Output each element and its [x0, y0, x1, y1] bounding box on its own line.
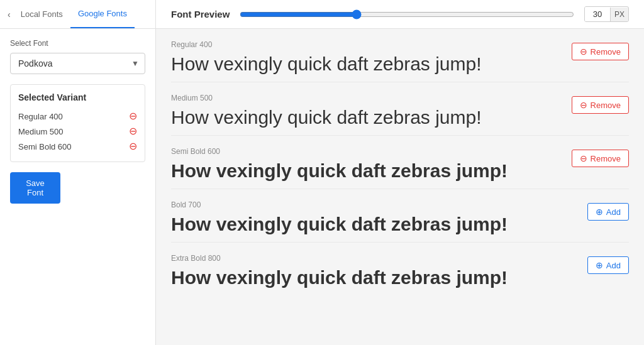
- variant-info-0: Regular 400 How vexingly quick daft zebr…: [171, 40, 572, 75]
- sidebar: ‹ Local Fonts Google Fonts Select Font P…: [0, 0, 156, 345]
- variant-label-0: Regular 400: [18, 112, 63, 121]
- tab-google-fonts[interactable]: Google Fonts: [70, 0, 135, 28]
- add-label-3: Add: [606, 207, 621, 217]
- main-content: Font Preview PX Regular 400 How vexingly…: [156, 0, 644, 345]
- variant-section-1: Medium 500 How vexingly quick daft zebra…: [171, 82, 629, 136]
- variant-name-3: Bold 700: [171, 200, 587, 209]
- plus-circle-icon-4: ⊕: [596, 260, 603, 270]
- add-label-4: Add: [606, 261, 621, 270]
- remove-icon-2[interactable]: ⊖: [129, 141, 137, 151]
- size-input-wrapper: PX: [584, 6, 629, 22]
- remove-label-0: Remove: [591, 47, 621, 57]
- variant-section-2: Semi Bold 600 How vexingly quick daft ze…: [171, 136, 629, 189]
- variant-header-row-2: Semi Bold 600 How vexingly quick daft ze…: [171, 147, 629, 182]
- remove-button-2[interactable]: ⊖ Remove: [572, 150, 629, 167]
- variant-section-4: Extra Bold 800 How vexingly quick daft z…: [171, 243, 629, 295]
- font-list: Regular 400 How vexingly quick daft zebr…: [156, 29, 644, 345]
- variant-label-2: Semi Bold 600: [18, 142, 72, 151]
- remove-label-1: Remove: [591, 101, 621, 110]
- variant-name-1: Medium 500: [171, 94, 572, 102]
- add-button-3[interactable]: ⊕ Add: [587, 203, 629, 221]
- selected-variant-box: Selected Variant Regular 400 ⊖ Medium 50…: [10, 84, 145, 162]
- variant-row-1: Medium 500 ⊖: [18, 124, 137, 139]
- variant-header-row-0: Regular 400 How vexingly quick daft zebr…: [171, 40, 629, 75]
- plus-circle-icon-3: ⊕: [596, 207, 603, 217]
- save-font-button[interactable]: Save Font: [10, 172, 60, 204]
- preview-text-2: How vexingly quick daft zebras jump!: [171, 160, 572, 182]
- font-size-input[interactable]: [585, 7, 610, 21]
- variant-info-4: Extra Bold 800 How vexingly quick daft z…: [171, 254, 587, 289]
- variant-row-2: Semi Bold 600 ⊖: [18, 139, 137, 154]
- variant-name-4: Extra Bold 800: [171, 254, 587, 263]
- variant-header-row-1: Medium 500 How vexingly quick daft zebra…: [171, 94, 629, 129]
- variant-info-2: Semi Bold 600 How vexingly quick daft ze…: [171, 147, 572, 182]
- variant-header-row-3: Bold 700 How vexingly quick daft zebras …: [171, 200, 629, 236]
- minus-circle-icon-1: ⊖: [580, 100, 587, 110]
- sidebar-content: Select Font Podkova Roboto Open Sans Lat…: [0, 29, 155, 345]
- variant-section-0: Regular 400 How vexingly quick daft zebr…: [171, 29, 629, 82]
- remove-label-2: Remove: [591, 154, 621, 163]
- variant-row-0: Regular 400 ⊖: [18, 109, 137, 124]
- font-preview-title: Font Preview: [171, 9, 230, 19]
- minus-circle-icon-0: ⊖: [580, 47, 587, 57]
- back-button[interactable]: ‹: [5, 1, 13, 28]
- variant-info-1: Medium 500 How vexingly quick daft zebra…: [171, 94, 572, 129]
- px-label: PX: [610, 8, 628, 21]
- select-font-label: Select Font: [10, 39, 145, 48]
- variant-info-3: Bold 700 How vexingly quick daft zebras …: [171, 200, 587, 236]
- top-bar: Font Preview PX: [156, 0, 644, 29]
- variant-section-3: Bold 700 How vexingly quick daft zebras …: [171, 189, 629, 243]
- font-size-slider[interactable]: [240, 9, 574, 19]
- tab-local-fonts[interactable]: Local Fonts: [13, 1, 70, 28]
- preview-text-4: How vexingly quick daft zebras jump!: [171, 266, 587, 289]
- font-select[interactable]: Podkova Roboto Open Sans Lato Montserrat: [10, 53, 145, 74]
- remove-button-1[interactable]: ⊖ Remove: [572, 96, 629, 114]
- variant-name-2: Semi Bold 600: [171, 147, 572, 156]
- preview-text-1: How vexingly quick daft zebras jump!: [171, 106, 572, 129]
- preview-text-3: How vexingly quick daft zebras jump!: [171, 213, 587, 236]
- sidebar-tabs: ‹ Local Fonts Google Fonts: [0, 0, 155, 29]
- font-select-wrapper: Podkova Roboto Open Sans Lato Montserrat…: [10, 53, 145, 74]
- remove-icon-0[interactable]: ⊖: [129, 111, 137, 121]
- remove-button-0[interactable]: ⊖ Remove: [572, 43, 629, 60]
- variant-name-0: Regular 400: [171, 40, 572, 49]
- preview-text-0: How vexingly quick daft zebras jump!: [171, 53, 572, 75]
- remove-icon-1[interactable]: ⊖: [129, 126, 137, 136]
- variant-header-row-4: Extra Bold 800 How vexingly quick daft z…: [171, 254, 629, 289]
- add-button-4[interactable]: ⊕ Add: [587, 256, 629, 274]
- variant-label-1: Medium 500: [18, 127, 64, 136]
- minus-circle-icon-2: ⊖: [580, 153, 587, 163]
- selected-variant-title: Selected Variant: [18, 92, 137, 102]
- slider-wrapper: [240, 9, 574, 19]
